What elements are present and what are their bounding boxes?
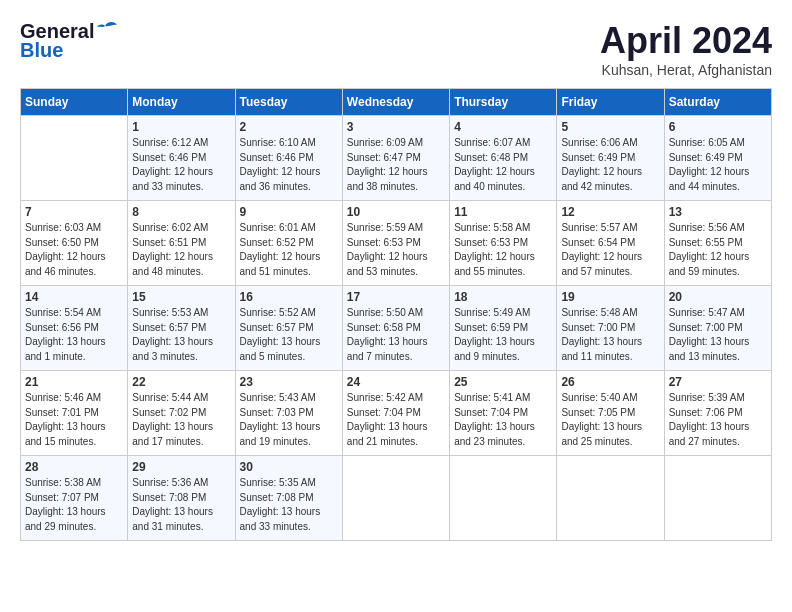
- day-number: 28: [25, 460, 123, 474]
- day-number: 9: [240, 205, 338, 219]
- day-info: Sunrise: 5:43 AM Sunset: 7:03 PM Dayligh…: [240, 391, 338, 449]
- calendar-cell: 24Sunrise: 5:42 AM Sunset: 7:04 PM Dayli…: [342, 371, 449, 456]
- calendar-cell: 4Sunrise: 6:07 AM Sunset: 6:48 PM Daylig…: [450, 116, 557, 201]
- day-number: 23: [240, 375, 338, 389]
- calendar-cell: 19Sunrise: 5:48 AM Sunset: 7:00 PM Dayli…: [557, 286, 664, 371]
- day-info: Sunrise: 5:36 AM Sunset: 7:08 PM Dayligh…: [132, 476, 230, 534]
- day-number: 18: [454, 290, 552, 304]
- calendar-cell: 11Sunrise: 5:58 AM Sunset: 6:53 PM Dayli…: [450, 201, 557, 286]
- day-info: Sunrise: 5:54 AM Sunset: 6:56 PM Dayligh…: [25, 306, 123, 364]
- day-number: 4: [454, 120, 552, 134]
- day-info: Sunrise: 5:56 AM Sunset: 6:55 PM Dayligh…: [669, 221, 767, 279]
- day-number: 1: [132, 120, 230, 134]
- day-info: Sunrise: 5:41 AM Sunset: 7:04 PM Dayligh…: [454, 391, 552, 449]
- day-number: 5: [561, 120, 659, 134]
- day-info: Sunrise: 5:50 AM Sunset: 6:58 PM Dayligh…: [347, 306, 445, 364]
- calendar-cell: 22Sunrise: 5:44 AM Sunset: 7:02 PM Dayli…: [128, 371, 235, 456]
- location-subtitle: Kuhsan, Herat, Afghanistan: [600, 62, 772, 78]
- day-info: Sunrise: 5:46 AM Sunset: 7:01 PM Dayligh…: [25, 391, 123, 449]
- calendar-cell: 17Sunrise: 5:50 AM Sunset: 6:58 PM Dayli…: [342, 286, 449, 371]
- calendar-cell: 12Sunrise: 5:57 AM Sunset: 6:54 PM Dayli…: [557, 201, 664, 286]
- calendar-cell: 23Sunrise: 5:43 AM Sunset: 7:03 PM Dayli…: [235, 371, 342, 456]
- day-number: 8: [132, 205, 230, 219]
- day-number: 19: [561, 290, 659, 304]
- day-of-week-header: Thursday: [450, 89, 557, 116]
- calendar-cell: [557, 456, 664, 541]
- calendar-cell: 27Sunrise: 5:39 AM Sunset: 7:06 PM Dayli…: [664, 371, 771, 456]
- calendar-cell: 5Sunrise: 6:06 AM Sunset: 6:49 PM Daylig…: [557, 116, 664, 201]
- calendar-cell: 10Sunrise: 5:59 AM Sunset: 6:53 PM Dayli…: [342, 201, 449, 286]
- day-info: Sunrise: 5:59 AM Sunset: 6:53 PM Dayligh…: [347, 221, 445, 279]
- day-number: 26: [561, 375, 659, 389]
- calendar-cell: 28Sunrise: 5:38 AM Sunset: 7:07 PM Dayli…: [21, 456, 128, 541]
- calendar-cell: 25Sunrise: 5:41 AM Sunset: 7:04 PM Dayli…: [450, 371, 557, 456]
- calendar-cell: 16Sunrise: 5:52 AM Sunset: 6:57 PM Dayli…: [235, 286, 342, 371]
- calendar-cell: [450, 456, 557, 541]
- calendar-cell: [664, 456, 771, 541]
- day-info: Sunrise: 5:49 AM Sunset: 6:59 PM Dayligh…: [454, 306, 552, 364]
- day-number: 29: [132, 460, 230, 474]
- day-info: Sunrise: 5:58 AM Sunset: 6:53 PM Dayligh…: [454, 221, 552, 279]
- day-number: 13: [669, 205, 767, 219]
- day-of-week-header: Tuesday: [235, 89, 342, 116]
- day-number: 7: [25, 205, 123, 219]
- day-number: 17: [347, 290, 445, 304]
- calendar-table: SundayMondayTuesdayWednesdayThursdayFrid…: [20, 88, 772, 541]
- day-of-week-header: Monday: [128, 89, 235, 116]
- calendar-cell: [342, 456, 449, 541]
- day-info: Sunrise: 5:48 AM Sunset: 7:00 PM Dayligh…: [561, 306, 659, 364]
- day-number: 21: [25, 375, 123, 389]
- logo-blue-text: Blue: [20, 39, 63, 62]
- logo-bird-icon: [95, 21, 117, 39]
- calendar-cell: 6Sunrise: 6:05 AM Sunset: 6:49 PM Daylig…: [664, 116, 771, 201]
- title-block: April 2024 Kuhsan, Herat, Afghanistan: [600, 20, 772, 78]
- day-number: 2: [240, 120, 338, 134]
- day-info: Sunrise: 6:09 AM Sunset: 6:47 PM Dayligh…: [347, 136, 445, 194]
- calendar-cell: 21Sunrise: 5:46 AM Sunset: 7:01 PM Dayli…: [21, 371, 128, 456]
- day-info: Sunrise: 5:52 AM Sunset: 6:57 PM Dayligh…: [240, 306, 338, 364]
- calendar-cell: 8Sunrise: 6:02 AM Sunset: 6:51 PM Daylig…: [128, 201, 235, 286]
- day-number: 6: [669, 120, 767, 134]
- month-title: April 2024: [600, 20, 772, 62]
- day-info: Sunrise: 6:12 AM Sunset: 6:46 PM Dayligh…: [132, 136, 230, 194]
- calendar-cell: 30Sunrise: 5:35 AM Sunset: 7:08 PM Dayli…: [235, 456, 342, 541]
- day-info: Sunrise: 5:47 AM Sunset: 7:00 PM Dayligh…: [669, 306, 767, 364]
- day-info: Sunrise: 5:53 AM Sunset: 6:57 PM Dayligh…: [132, 306, 230, 364]
- day-info: Sunrise: 6:05 AM Sunset: 6:49 PM Dayligh…: [669, 136, 767, 194]
- day-info: Sunrise: 6:07 AM Sunset: 6:48 PM Dayligh…: [454, 136, 552, 194]
- day-of-week-header: Sunday: [21, 89, 128, 116]
- calendar-cell: 7Sunrise: 6:03 AM Sunset: 6:50 PM Daylig…: [21, 201, 128, 286]
- day-of-week-header: Friday: [557, 89, 664, 116]
- calendar-cell: 1Sunrise: 6:12 AM Sunset: 6:46 PM Daylig…: [128, 116, 235, 201]
- day-number: 27: [669, 375, 767, 389]
- day-info: Sunrise: 6:10 AM Sunset: 6:46 PM Dayligh…: [240, 136, 338, 194]
- day-info: Sunrise: 5:57 AM Sunset: 6:54 PM Dayligh…: [561, 221, 659, 279]
- day-number: 14: [25, 290, 123, 304]
- day-info: Sunrise: 6:01 AM Sunset: 6:52 PM Dayligh…: [240, 221, 338, 279]
- calendar-cell: 15Sunrise: 5:53 AM Sunset: 6:57 PM Dayli…: [128, 286, 235, 371]
- day-of-week-header: Wednesday: [342, 89, 449, 116]
- calendar-cell: 26Sunrise: 5:40 AM Sunset: 7:05 PM Dayli…: [557, 371, 664, 456]
- day-info: Sunrise: 5:38 AM Sunset: 7:07 PM Dayligh…: [25, 476, 123, 534]
- day-number: 30: [240, 460, 338, 474]
- day-number: 15: [132, 290, 230, 304]
- day-number: 10: [347, 205, 445, 219]
- day-info: Sunrise: 5:44 AM Sunset: 7:02 PM Dayligh…: [132, 391, 230, 449]
- day-number: 24: [347, 375, 445, 389]
- day-info: Sunrise: 5:42 AM Sunset: 7:04 PM Dayligh…: [347, 391, 445, 449]
- day-info: Sunrise: 5:35 AM Sunset: 7:08 PM Dayligh…: [240, 476, 338, 534]
- day-number: 25: [454, 375, 552, 389]
- calendar-cell: 13Sunrise: 5:56 AM Sunset: 6:55 PM Dayli…: [664, 201, 771, 286]
- day-number: 16: [240, 290, 338, 304]
- day-info: Sunrise: 6:06 AM Sunset: 6:49 PM Dayligh…: [561, 136, 659, 194]
- day-number: 3: [347, 120, 445, 134]
- day-of-week-header: Saturday: [664, 89, 771, 116]
- day-info: Sunrise: 5:40 AM Sunset: 7:05 PM Dayligh…: [561, 391, 659, 449]
- day-number: 20: [669, 290, 767, 304]
- calendar-cell: 18Sunrise: 5:49 AM Sunset: 6:59 PM Dayli…: [450, 286, 557, 371]
- calendar-cell: 29Sunrise: 5:36 AM Sunset: 7:08 PM Dayli…: [128, 456, 235, 541]
- day-number: 22: [132, 375, 230, 389]
- day-info: Sunrise: 6:03 AM Sunset: 6:50 PM Dayligh…: [25, 221, 123, 279]
- page-header: General Blue April 2024 Kuhsan, Herat, A…: [20, 20, 772, 78]
- calendar-cell: 9Sunrise: 6:01 AM Sunset: 6:52 PM Daylig…: [235, 201, 342, 286]
